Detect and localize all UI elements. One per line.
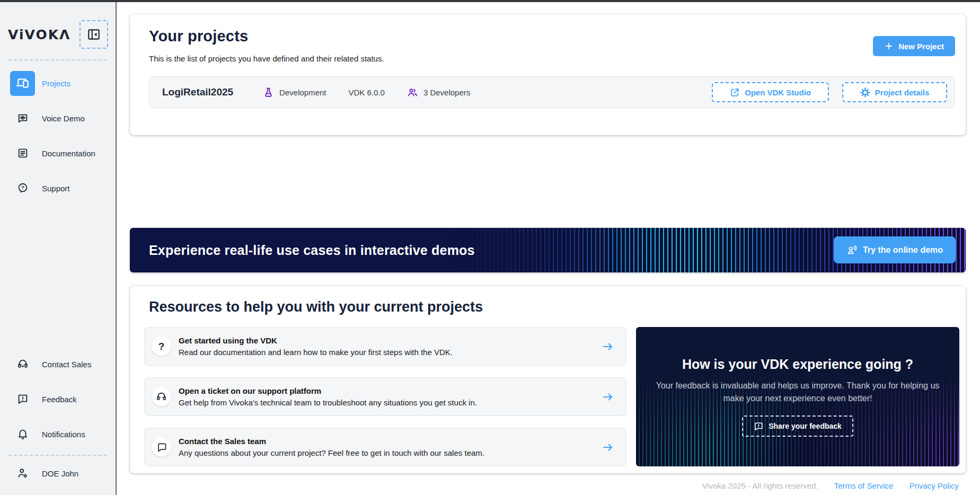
resource-get-started[interactable]: ? Get started using the VDK Read our doc… <box>144 327 626 366</box>
sidebar-item-contact-sales[interactable]: Contact Sales <box>0 347 116 382</box>
sidebar-item-label: Support <box>42 184 70 193</box>
external-link-icon <box>730 87 740 98</box>
feedback-panel: How is your VDK experience going ? Your … <box>636 327 959 466</box>
new-project-label: New Project <box>898 42 944 51</box>
sidebar-item-notifications[interactable]: Notifications <box>0 417 116 452</box>
top-window-bar <box>0 0 980 2</box>
resources-card: Resources to help you with your current … <box>130 286 966 473</box>
try-online-demo-button[interactable]: Try the online demo <box>834 236 956 263</box>
open-vdk-studio-label: Open VDK Studio <box>745 88 811 97</box>
project-row: LogiRetail2025 Development VDK 6.0.0 <box>149 76 955 108</box>
question-icon: ? <box>152 337 171 356</box>
developers-icon <box>407 87 418 98</box>
demo-banner: Experience real-life use cases in intera… <box>130 228 966 272</box>
footer: Vivoka 2025 - All rights reserved. Terms… <box>130 481 966 490</box>
chat-bubble-icon <box>152 437 171 457</box>
sidebar-item-user-account[interactable]: DOE John <box>0 456 116 491</box>
resource-description: Read our documentation and learn how to … <box>179 348 453 357</box>
page-subtitle: This is the list of projects you have de… <box>149 54 955 63</box>
resources-list: ? Get started using the VDK Read our doc… <box>144 327 626 466</box>
sidebar-item-support[interactable]: ? Support <box>0 171 116 206</box>
sidebar-item-label: Documentation <box>42 149 95 158</box>
terms-of-service-link[interactable]: Terms of Service <box>834 481 894 490</box>
project-details-label: Project details <box>875 88 930 97</box>
plus-icon <box>884 41 894 51</box>
speaking-person-icon <box>846 244 858 256</box>
sidebar-item-feedback[interactable]: Feedback <box>0 382 116 417</box>
sidebar-item-label: Voice Demo <box>42 114 85 123</box>
project-details-button[interactable]: Project details <box>842 82 947 102</box>
vdk-version-label: VDK 6.0.0 <box>349 88 385 97</box>
resource-description: Any questions about your current project… <box>179 448 484 457</box>
project-status: Development <box>263 87 326 98</box>
vivoka-logo: ViVOKΛ <box>8 27 70 42</box>
privacy-policy-link[interactable]: Privacy Policy <box>910 481 959 490</box>
sidebar-item-label: Projects <box>42 79 70 88</box>
voice-demo-icon <box>10 106 35 131</box>
sidebar-item-voice-demo[interactable]: Voice Demo <box>0 101 116 136</box>
resource-support-ticket[interactable]: Open a ticket on our support platform Ge… <box>144 377 626 416</box>
documentation-icon <box>10 141 35 166</box>
sidebar-item-label: Notifications <box>42 430 85 439</box>
headset-icon <box>152 387 171 406</box>
feedback-panel-title: How is your VDK experience going ? <box>682 357 913 372</box>
resource-title: Get started using the VDK <box>179 336 453 345</box>
project-status-label: Development <box>279 88 326 97</box>
resources-title: Resources to help you with your current … <box>149 299 959 315</box>
project-developers: 3 Developers <box>407 87 470 98</box>
projects-icon <box>10 71 35 96</box>
try-online-demo-label: Try the online demo <box>863 245 943 255</box>
resource-contact-sales[interactable]: Contact the Sales team Any questions abo… <box>144 428 626 466</box>
sidebar-item-label: Contact Sales <box>42 360 91 369</box>
open-vdk-studio-button[interactable]: Open VDK Studio <box>712 82 829 102</box>
copyright-text: Vivoka 2025 - All rights reserved. <box>702 481 818 490</box>
feedback-icon <box>754 421 764 431</box>
projects-card: Your projects This is the list of projec… <box>130 14 966 135</box>
headset-icon <box>10 352 35 377</box>
user-name-label: DOE John <box>42 469 78 478</box>
sidebar-divider-top <box>8 59 107 60</box>
gear-icon <box>860 87 870 98</box>
share-feedback-button[interactable]: Share your feedback <box>742 416 853 437</box>
sidebar: ViVOKΛ Projects <box>0 2 117 495</box>
new-project-button[interactable]: New Project <box>873 36 955 56</box>
collapse-sidebar-icon <box>87 28 101 41</box>
sidebar-item-projects[interactable]: Projects <box>0 66 116 101</box>
feedback-panel-body: Your feedback is invaluable and helps us… <box>652 379 943 405</box>
sidebar-nav: Projects Voice Demo <box>0 66 116 206</box>
arrow-right-icon <box>602 340 614 353</box>
support-icon: ? <box>10 176 35 201</box>
collapse-sidebar-button[interactable] <box>80 20 108 49</box>
arrow-right-icon <box>602 391 614 403</box>
sidebar-item-documentation[interactable]: Documentation <box>0 136 116 171</box>
user-settings-icon <box>10 461 35 486</box>
sidebar-item-label: Feedback <box>42 395 77 404</box>
sidebar-bottom-group: Contact Sales Feedback Notifications <box>0 347 116 491</box>
svg-text:?: ? <box>21 184 24 190</box>
feedback-icon <box>10 387 35 412</box>
banner-title: Experience real-life use cases in intera… <box>149 243 475 258</box>
project-name: LogiRetail2025 <box>162 86 233 98</box>
developers-count-label: 3 Developers <box>423 88 470 97</box>
resource-description: Get help from Vivoka's technical team to… <box>179 398 477 407</box>
resource-title: Contact the Sales team <box>179 437 484 446</box>
arrow-right-icon <box>602 441 614 454</box>
share-feedback-label: Share your feedback <box>769 422 842 430</box>
bell-icon <box>10 422 35 447</box>
resource-title: Open a ticket on our support platform <box>179 386 477 395</box>
page-title: Your projects <box>149 28 955 45</box>
main-content: Your projects This is the list of projec… <box>118 2 980 495</box>
flask-icon <box>263 87 274 98</box>
project-vdk-version: VDK 6.0.0 <box>349 88 385 97</box>
